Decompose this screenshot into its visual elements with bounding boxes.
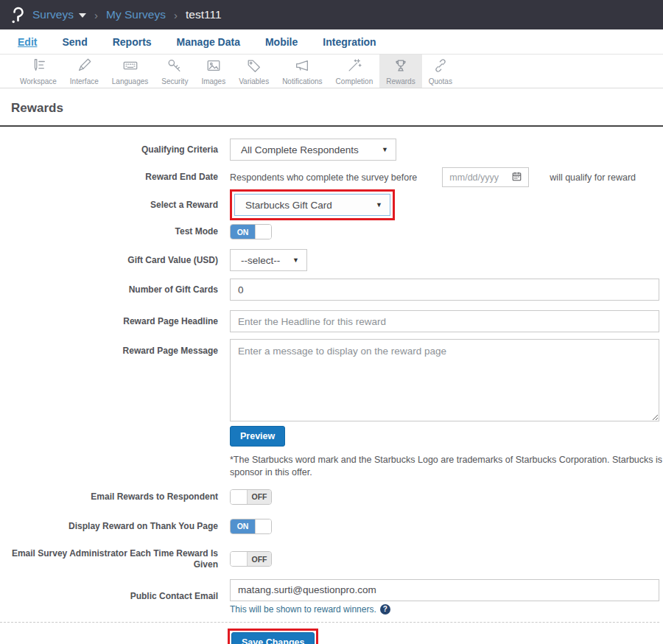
email-admin-label: Email Survey Administrator Each Time Rew… — [0, 548, 230, 570]
chevron-down-icon: ▼ — [376, 201, 382, 209]
main-tab-bar: Edit Send Reports Manage Data Mobile Int… — [0, 29, 663, 55]
public-contact-email-helper: This will be shown to reward winners. ? — [230, 604, 659, 615]
qualifying-criteria-label: Qualifying Criteria — [0, 144, 230, 155]
breadcrumb-my-surveys[interactable]: My Surveys — [106, 8, 166, 21]
key-icon — [166, 57, 183, 77]
magic-wand-icon — [345, 57, 363, 77]
annotation-box-save-button: Save Changes — [228, 629, 318, 644]
toggle-knob — [231, 552, 247, 566]
reward-end-date-label: Reward End Date — [0, 172, 230, 183]
chevron-down-icon: ▼ — [382, 146, 388, 153]
dashed-divider — [0, 622, 659, 623]
reward-page-message-row: Reward Page Message — [0, 339, 659, 421]
reward-end-date-prefix-text: Respondents who complete the survey befo… — [230, 172, 417, 183]
top-navigation-bar: Surveys › My Surveys › test111 — [0, 0, 663, 29]
toolbar-item-interface[interactable]: Interface — [63, 55, 105, 88]
starbucks-disclaimer-line2: sponsor in this offer. — [230, 466, 659, 479]
email-rewards-label: Email Rewards to Respondent — [0, 491, 230, 503]
email-rewards-row: Email Rewards to Respondent OFF — [0, 489, 659, 505]
toolbar-item-images[interactable]: Images — [194, 55, 232, 88]
date-placeholder: mm/dd/yyyy — [449, 172, 499, 183]
toggle-state-text: ON — [231, 519, 255, 533]
questionpro-logo-icon[interactable] — [10, 5, 24, 24]
toolbar-item-completion[interactable]: Completion — [329, 55, 380, 88]
tab-manage-data[interactable]: Manage Data — [177, 36, 240, 48]
toolbar-item-variables[interactable]: Variables — [232, 55, 276, 88]
megaphone-icon — [293, 57, 311, 77]
toolbar-item-notifications[interactable]: Notifications — [276, 55, 329, 88]
toggle-knob — [255, 225, 271, 239]
breadcrumb-surveys-label: Surveys — [32, 8, 74, 21]
gift-card-value-select[interactable]: --select-- ▼ — [230, 249, 307, 271]
toggle-state-text: ON — [231, 225, 255, 239]
toolbar-item-label: Interface — [70, 77, 99, 85]
chain-links-icon — [432, 57, 449, 77]
reward-page-headline-input[interactable] — [230, 310, 659, 332]
toggle-state-text: OFF — [247, 490, 271, 504]
helper-text: This will be shown to reward winners. — [230, 604, 376, 615]
tab-reports[interactable]: Reports — [113, 36, 152, 48]
page-title: Rewards — [11, 101, 652, 116]
tab-integration[interactable]: Integration — [323, 36, 376, 48]
preview-row: Preview — [0, 426, 659, 447]
starbucks-disclaimer-row: *The Starbucks word mark and the Starbuc… — [0, 454, 659, 479]
display-reward-toggle[interactable]: ON — [230, 519, 272, 534]
toolbar-item-label: Variables — [239, 77, 269, 85]
number-of-gift-cards-input[interactable] — [230, 279, 659, 301]
public-contact-email-input[interactable] — [230, 579, 659, 601]
gift-card-value-label: Gift Card Value (USD) — [0, 255, 230, 266]
tab-mobile[interactable]: Mobile — [265, 36, 298, 48]
calendar-icon — [512, 172, 522, 183]
email-admin-toggle[interactable]: OFF — [230, 551, 272, 567]
tab-edit[interactable]: Edit — [18, 36, 37, 48]
page-header: Rewards — [0, 88, 663, 116]
reward-page-message-textarea[interactable] — [230, 339, 659, 421]
reward-page-message-label: Reward Page Message — [0, 339, 230, 357]
reward-page-headline-label: Reward Page Headline — [0, 316, 230, 327]
toggle-state-text: OFF — [247, 552, 271, 566]
public-contact-email-label: Public Contact Email — [0, 591, 230, 602]
test-mode-row: Test Mode ON — [0, 224, 659, 239]
number-of-gift-cards-label: Number of Gift Cards — [0, 284, 230, 295]
gift-card-value-value: --select-- — [241, 255, 280, 266]
save-row: Save Changes — [0, 629, 659, 644]
pen-icon — [75, 57, 93, 77]
toolbar-item-security[interactable]: Security — [155, 55, 194, 88]
rewards-form: Qualifying Criteria All Complete Respond… — [0, 127, 663, 644]
toolbar-item-label: Languages — [112, 77, 149, 85]
qualifying-criteria-select[interactable]: All Complete Respondents ▼ — [230, 139, 396, 161]
toggle-knob — [255, 519, 271, 533]
gift-card-value-row: Gift Card Value (USD) --select-- ▼ — [0, 249, 659, 271]
help-icon[interactable]: ? — [380, 604, 390, 615]
image-icon — [205, 57, 222, 77]
test-mode-toggle[interactable]: ON — [230, 224, 272, 239]
test-mode-label: Test Mode — [0, 226, 230, 237]
breadcrumb-surveys-menu[interactable]: Surveys — [32, 8, 86, 21]
toolbar-item-quotas[interactable]: Quotas — [422, 55, 459, 88]
chevron-down-icon: ▼ — [292, 256, 299, 264]
save-changes-button[interactable]: Save Changes — [231, 632, 315, 644]
breadcrumb-separator: › — [94, 9, 98, 21]
reward-end-date-row: Reward End Date Respondents who complete… — [0, 167, 659, 187]
breadcrumb-current-survey: test111 — [186, 8, 222, 21]
toolbar-item-workspace[interactable]: Workspace — [13, 55, 63, 88]
starbucks-disclaimer-line1: *The Starbucks word mark and the Starbuc… — [230, 454, 659, 466]
reward-end-date-input[interactable]: mm/dd/yyyy — [442, 167, 529, 187]
qualifying-criteria-value: All Complete Respondents — [241, 144, 359, 155]
toolbar-item-label: Quotas — [429, 77, 452, 85]
reward-page-headline-row: Reward Page Headline — [0, 310, 659, 332]
display-reward-row: Display Reward on Thank You Page ON — [0, 519, 659, 534]
number-of-gift-cards-row: Number of Gift Cards — [0, 279, 659, 301]
preview-button[interactable]: Preview — [230, 426, 285, 447]
toolbar-item-languages[interactable]: Languages — [105, 55, 155, 88]
select-reward-value: Starbucks Gift Card — [245, 200, 332, 211]
annotation-box-select-reward: Starbucks Gift Card ▼ — [230, 189, 395, 220]
select-reward-select[interactable]: Starbucks Gift Card ▼ — [234, 194, 390, 216]
toolbar-item-label: Notifications — [282, 77, 322, 85]
toolbar-item-rewards[interactable]: Rewards — [379, 55, 421, 88]
public-contact-email-row: Public Contact Email This will be shown … — [0, 579, 659, 615]
email-rewards-toggle[interactable]: OFF — [230, 489, 272, 505]
toolbar-item-label: Security — [161, 77, 188, 85]
qualifying-criteria-row: Qualifying Criteria All Complete Respond… — [0, 139, 659, 161]
tab-send[interactable]: Send — [62, 36, 87, 48]
